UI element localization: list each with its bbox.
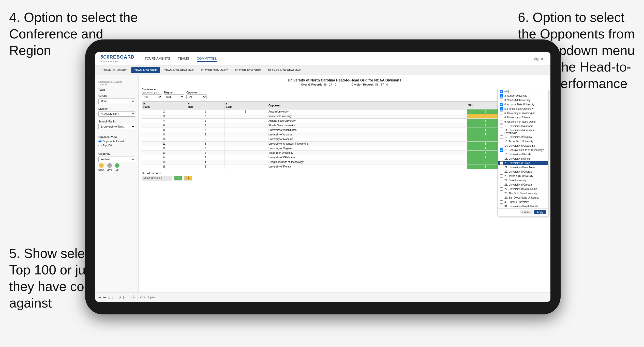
- dropdown-checkbox[interactable]: [500, 124, 503, 128]
- dropdown-checkbox[interactable]: [500, 90, 503, 93]
- dropdown-checkbox[interactable]: [500, 157, 503, 160]
- colour-by-select[interactable]: Win/loss: [98, 157, 135, 162]
- dropdown-item[interactable]: 28. The Ohio State University: [498, 191, 548, 196]
- apply-button[interactable]: Apply: [534, 210, 546, 214]
- cell-opponent: Florida State University: [267, 123, 467, 128]
- nav-bar: 5C0REBOARD Powered by Cloud TOURNAMENTS …: [95, 52, 550, 65]
- table-row: 14 2 University of Oklahoma 2 2: [142, 155, 547, 160]
- dropdown-checkbox[interactable]: [500, 183, 503, 186]
- dropdown-checkbox[interactable]: [500, 94, 503, 98]
- redo-icon[interactable]: ↪: [103, 295, 106, 299]
- dropdown-checkbox[interactable]: [500, 192, 503, 195]
- dropdown-item[interactable]: 14. University of Oklahoma: [498, 144, 548, 148]
- dropdown-item-label: 20. University of Texas: [504, 162, 530, 164]
- dropdown-item[interactable]: 8. University of Arizona: [498, 115, 548, 120]
- dropdown-checkbox[interactable]: [500, 200, 503, 204]
- dropdown-checkbox[interactable]: [500, 166, 503, 169]
- school-select[interactable]: 1. University of Nort...: [98, 124, 135, 129]
- tab-player-summary[interactable]: PLAYER SUMMARY: [198, 67, 231, 73]
- dropdown-checkbox[interactable]: [500, 135, 503, 139]
- dropdown-checkbox[interactable]: [500, 179, 503, 182]
- dropdown-checkbox[interactable]: [500, 153, 503, 156]
- conference-opponents-label: Opponents: (All): [142, 91, 162, 94]
- dropdown-checkbox[interactable]: [500, 161, 503, 165]
- radio-opponents-played[interactable]: Opponents Played: [98, 140, 135, 143]
- nav-committee[interactable]: COMMITTEE: [197, 55, 217, 62]
- paste-icon[interactable]: 📋: [123, 295, 127, 299]
- dropdown-item[interactable]: 6. University of Washington: [498, 111, 548, 115]
- dropdown-item[interactable]: 21. University of New Mexico: [498, 165, 548, 170]
- dropdown-item[interactable]: 25. University of Oregon: [498, 183, 548, 187]
- dropdown-item[interactable]: (All): [498, 89, 548, 94]
- cell-rank: 6: [142, 123, 186, 128]
- dropdown-item-label: 23. Texas A&M University: [504, 175, 533, 177]
- dropdown-item[interactable]: 20. University of Texas: [498, 161, 548, 165]
- forward-icon[interactable]: ▷: [112, 295, 115, 299]
- dropdown-checkbox[interactable]: [500, 196, 503, 199]
- radio-top100[interactable]: Top 100: [98, 144, 135, 147]
- tab-team-h2h-grid[interactable]: TEAM H2H GRID: [131, 67, 160, 73]
- dropdown-item[interactable]: 29. San Diego State University: [498, 196, 548, 200]
- conference-select[interactable]: (All): [142, 94, 162, 99]
- dropdown-checkbox[interactable]: [500, 144, 503, 147]
- division-select[interactable]: NCAA Division I: [98, 111, 135, 117]
- dropdown-item-label: 30. Purdue University: [504, 201, 529, 203]
- dropdown-item[interactable]: 31. University of North Florida: [498, 204, 548, 209]
- dropdown-checkbox[interactable]: [500, 99, 503, 102]
- dropdown-checkbox[interactable]: [500, 187, 503, 191]
- nav-sign-out[interactable]: | Sign out: [533, 57, 545, 61]
- dropdown-item[interactable]: 23. Texas A&M University: [498, 174, 548, 178]
- tab-team-summary[interactable]: TEAM SUMMARY: [100, 67, 130, 73]
- dropdown-checkbox[interactable]: [500, 130, 503, 133]
- dropdown-checkbox[interactable]: [500, 103, 503, 106]
- dropdown-item[interactable]: 27. University of Notre Dame: [498, 187, 548, 191]
- nav-links: TOURNAMENTS TEAMS COMMITTEE: [145, 55, 532, 62]
- dropdown-item[interactable]: 2. Auburn University: [498, 94, 548, 98]
- out-div-loss: 0: [184, 176, 192, 181]
- region-select[interactable]: (All): [164, 94, 184, 99]
- tab-player-h2h-heatmap[interactable]: PLAYER H2H HEATMAP: [265, 67, 304, 73]
- table-row: 15 4 Georgia Institute of Technology 5 1: [142, 160, 547, 164]
- sub-nav: TEAM SUMMARY TEAM H2H GRID TEAM H2H HEAT…: [95, 65, 550, 75]
- dropdown-item[interactable]: 9. University of Notre Dame: [498, 120, 548, 124]
- legend-level-label: Level: [107, 169, 112, 171]
- dropdown-item[interactable]: 13. Texas Tech University: [498, 139, 548, 144]
- dropdown-item[interactable]: 10. University of Alabama: [498, 124, 548, 128]
- dropdown-checkbox[interactable]: [500, 140, 503, 143]
- dropdown-item[interactable]: 5. Florida State University: [498, 107, 548, 111]
- dropdown-checkbox[interactable]: [500, 107, 503, 110]
- undo-icon[interactable]: ↩: [98, 295, 101, 299]
- cell-reg: 3: [186, 132, 224, 137]
- dropdown-item[interactable]: 30. Purdue University: [498, 200, 548, 204]
- dropdown-checkbox[interactable]: [500, 205, 503, 208]
- dropdown-item[interactable]: 15. Georgia Institute of Technology: [498, 148, 548, 152]
- dropdown-item[interactable]: 16. University of Florida: [498, 152, 548, 157]
- dropdown-item[interactable]: 4. Arizona State University: [498, 102, 548, 107]
- dropdown-item[interactable]: 11. University of Arkansas, Fayetteville: [498, 128, 548, 135]
- dropdown-item[interactable]: 22. University of Georgia: [498, 170, 548, 174]
- col-opponent: Opponent: [267, 102, 467, 109]
- dropdown-item[interactable]: 24. Duke University: [498, 178, 548, 183]
- dropdown-checkbox[interactable]: [500, 120, 503, 123]
- dropdown-checkbox[interactable]: [500, 112, 503, 115]
- dropdown-checkbox[interactable]: [500, 174, 503, 178]
- clock-icon[interactable]: 🕐: [131, 295, 136, 299]
- tab-team-h2h-heatmap[interactable]: TEAM H2H HEATMAP: [161, 67, 197, 73]
- nav-tournaments[interactable]: TOURNAMENTS: [145, 55, 170, 62]
- dropdown-checkbox[interactable]: [500, 148, 503, 152]
- sidebar: Last Updated: 4/7/202416:55:38 Team Gend…: [95, 75, 139, 293]
- nav-teams[interactable]: TEAMS: [178, 55, 189, 62]
- tab-player-h2h-grid[interactable]: PLAYER H2H GRID: [232, 67, 264, 73]
- dropdown-item[interactable]: 12. University of Virginia: [498, 135, 548, 139]
- dropdown-item[interactable]: 3. Vanderbilt University: [498, 98, 548, 102]
- cancel-button[interactable]: Cancel: [520, 210, 533, 214]
- opponent-select[interactable]: (All): [186, 94, 207, 99]
- dropdown-checkbox[interactable]: [500, 170, 503, 173]
- gender-select[interactable]: Men's: [98, 99, 135, 104]
- table-row: 4 1 Arizona State University 5 1: [142, 119, 547, 123]
- dropdown-item[interactable]: 18. University of Illinois: [498, 157, 548, 161]
- dropdown-checkbox[interactable]: [500, 116, 503, 119]
- back-icon[interactable]: ◁: [108, 295, 110, 299]
- copy-icon[interactable]: ⎘: [119, 295, 121, 299]
- conference-filter-group: Conference Opponents: (All) (All): [142, 88, 162, 99]
